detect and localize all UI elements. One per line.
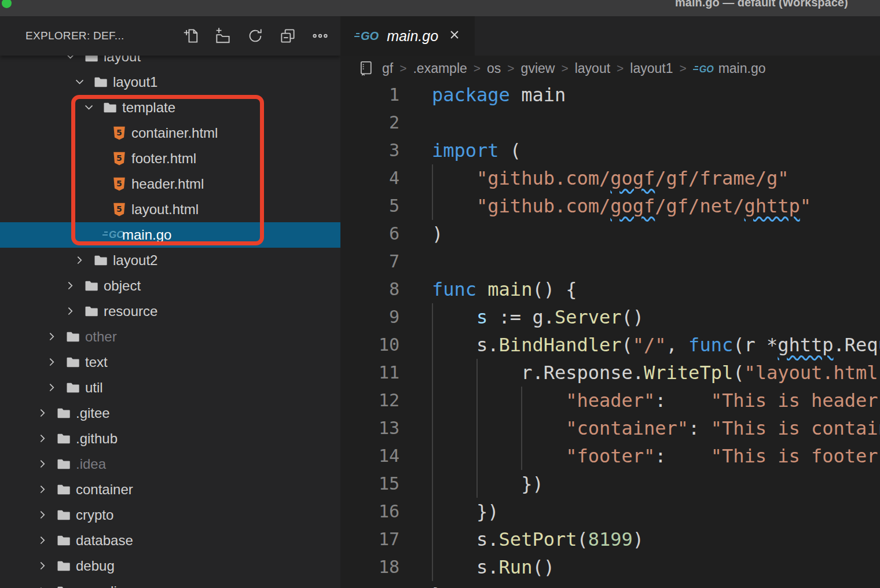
- code-line-19[interactable]: }: [432, 581, 443, 588]
- tree-item-label: layout2: [113, 252, 157, 269]
- html5-icon: 5: [112, 150, 127, 167]
- tree-item-header.html[interactable]: 5header.html: [0, 171, 340, 197]
- code-line-10[interactable]: s.BindHandler("/", func(r *ghttp.Request…: [432, 331, 880, 359]
- tree-item-debug[interactable]: debug: [0, 553, 340, 579]
- line-number: 6: [340, 220, 399, 248]
- tree-item-crypto[interactable]: crypto: [0, 502, 340, 528]
- twisty: [64, 280, 84, 292]
- tree-item-.github[interactable]: .github: [0, 426, 340, 451]
- code-line-1[interactable]: package main: [432, 81, 566, 109]
- tree-item-text[interactable]: text: [0, 350, 340, 375]
- code-line-16[interactable]: }): [432, 498, 499, 525]
- file-icon-slot: [65, 330, 85, 344]
- twisty: [36, 407, 56, 420]
- file-icon-slot: [56, 508, 76, 522]
- folder-icon: [93, 253, 108, 267]
- folder-icon: [56, 483, 71, 497]
- chevron-right-icon: [36, 585, 49, 588]
- code-line-6[interactable]: ): [432, 220, 443, 248]
- close-icon[interactable]: [447, 27, 462, 45]
- breadcrumb-item-layout[interactable]: layout: [575, 61, 610, 76]
- chevron-right-icon: [36, 509, 49, 521]
- explorer-header: EXPLORER: DEF...: [0, 16, 340, 56]
- file-icon-slot: [84, 56, 104, 64]
- line-number: 13: [340, 414, 399, 442]
- twisty: [74, 76, 93, 89]
- file-tree[interactable]: layoutlayout1template5container.html5foo…: [0, 56, 340, 588]
- code-line-11[interactable]: r.Response.WriteTpl("layout.html", g.Map…: [432, 359, 880, 387]
- code-line-9[interactable]: s := g.Server(): [432, 303, 644, 331]
- folder-icon: [56, 406, 71, 420]
- twisty: [46, 330, 65, 343]
- tree-item-util[interactable]: util: [0, 375, 340, 400]
- twisty: [36, 509, 56, 521]
- tree-item-.gitee[interactable]: .gitee: [0, 400, 340, 426]
- breadcrumb-item-main.go[interactable]: main.go: [718, 61, 766, 76]
- tree-item-other[interactable]: other: [0, 324, 340, 350]
- tree-item-encoding[interactable]: encoding: [0, 579, 340, 588]
- explorer-sidebar: EXPLORER: DEF... layoutlayout1template5c…: [0, 16, 340, 588]
- tree-item-label: container: [76, 482, 133, 498]
- tree-item-layout.html[interactable]: 5layout.html: [0, 197, 340, 222]
- code-line-18[interactable]: s.Run(): [432, 553, 555, 581]
- html5-icon: 5: [112, 201, 127, 218]
- tree-item-container[interactable]: container: [0, 477, 340, 502]
- chevron-down-icon: [64, 56, 77, 63]
- code-line-5[interactable]: "github.com/gogf/gf/net/ghttp": [432, 192, 811, 220]
- tree-item-container.html[interactable]: 5container.html: [0, 120, 340, 146]
- breadcrumb-item-os[interactable]: os: [487, 61, 501, 76]
- breadcrumb-item-.example[interactable]: .example: [413, 61, 467, 76]
- vscode-window: main.go — default (Workspace) EXPLORER: …: [0, 0, 880, 588]
- code-line-13[interactable]: "container": "This is container",: [432, 414, 880, 442]
- chevron-right-icon: [36, 560, 49, 572]
- code-line-17[interactable]: s.SetPort(8199): [432, 525, 644, 553]
- twisty: [64, 305, 84, 318]
- tree-item-database[interactable]: database: [0, 528, 340, 553]
- tree-item-label: header.html: [131, 176, 204, 192]
- code-line-14[interactable]: "footer": "This is footer",: [432, 442, 880, 470]
- line-number: 19: [340, 581, 399, 588]
- tree-item-main.go[interactable]: GOmain.go: [0, 222, 340, 248]
- code-line-12[interactable]: "header": "This is header",: [432, 387, 880, 414]
- collapse-all-button[interactable]: [278, 26, 298, 46]
- more-actions-button[interactable]: [310, 26, 330, 46]
- breadcrumb-item-gview[interactable]: gview: [521, 61, 555, 76]
- breadcrumb-item-gf[interactable]: gf: [382, 61, 393, 76]
- tree-item-layout[interactable]: layout: [0, 56, 340, 69]
- tree-item-label: resource: [104, 303, 157, 319]
- title-bar: main.go — default (Workspace): [0, 0, 880, 16]
- folder-icon: [65, 381, 80, 395]
- line-number: 14: [340, 442, 399, 470]
- folder-icon: [102, 101, 118, 115]
- traffic-light-green-icon[interactable]: [2, 0, 12, 8]
- folder-icon: [56, 534, 71, 547]
- tree-item-layout2[interactable]: layout2: [0, 248, 340, 273]
- code-line-8[interactable]: func main() {: [432, 275, 577, 303]
- tree-item-.idea[interactable]: .idea: [0, 451, 340, 477]
- code-editor[interactable]: 1package main23import (4 "github.com/gog…: [340, 81, 880, 588]
- folder-icon: [84, 279, 99, 293]
- new-folder-button[interactable]: [213, 26, 233, 46]
- chevron-right-icon: [64, 280, 77, 292]
- tree-item-layout1[interactable]: layout1: [0, 69, 340, 95]
- refresh-button[interactable]: [245, 26, 265, 46]
- new-file-button[interactable]: [181, 26, 200, 46]
- folder-icon: [65, 330, 80, 344]
- tree-item-footer.html[interactable]: 5footer.html: [0, 146, 340, 171]
- tree-item-object[interactable]: object: [0, 273, 340, 299]
- chevron-right-icon: [36, 534, 49, 547]
- twisty: [36, 432, 56, 445]
- breadcrumb-item-layout1[interactable]: layout1: [630, 61, 673, 76]
- file-icon-slot: [56, 457, 76, 471]
- file-icon-slot: [56, 432, 76, 446]
- folder-icon: [65, 355, 80, 369]
- code-line-4[interactable]: "github.com/gogf/gf/frame/g": [432, 164, 789, 192]
- line-number: 12: [340, 387, 399, 414]
- tree-item-label: other: [85, 329, 117, 345]
- code-line-3[interactable]: import (: [432, 137, 521, 164]
- tab-main-go[interactable]: GO main.go: [340, 16, 475, 56]
- tree-item-template[interactable]: template: [0, 95, 340, 120]
- tree-item-resource[interactable]: resource: [0, 299, 340, 324]
- code-line-15[interactable]: }): [432, 470, 544, 498]
- folder-icon: [56, 432, 71, 446]
